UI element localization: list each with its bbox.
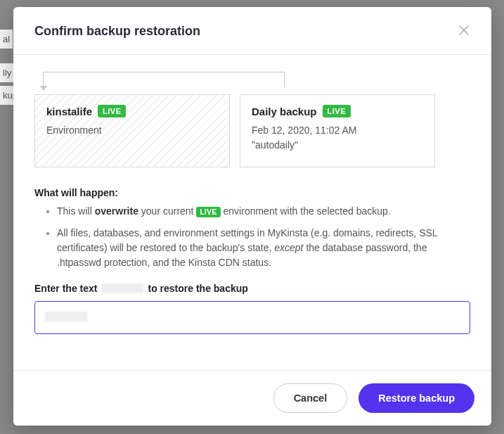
confirm-text-input[interactable] bbox=[34, 301, 470, 334]
backup-tag: "autodaily" bbox=[252, 138, 423, 153]
cancel-button[interactable]: Cancel bbox=[273, 383, 348, 413]
cards-row: kinstalife LIVE Environment Daily backup… bbox=[34, 94, 470, 167]
confirm-restore-modal: Confirm backup restoration kinstalife LI… bbox=[13, 7, 491, 426]
backup-title: Daily backup bbox=[252, 106, 317, 117]
modal-title: Confirm backup restoration bbox=[34, 24, 200, 39]
backup-card: Daily backup LIVE Feb 12, 2020, 11:02 AM… bbox=[240, 94, 435, 167]
live-badge: LIVE bbox=[196, 207, 220, 217]
backup-timestamp: Feb 12, 2020, 11:02 AM bbox=[252, 123, 423, 138]
bg-text: lly bbox=[0, 63, 14, 82]
restore-backup-button[interactable]: Restore backup bbox=[358, 383, 474, 413]
what-will-happen-heading: What will happen: bbox=[34, 187, 470, 198]
list-item: All files, databases, and environment se… bbox=[57, 226, 470, 270]
live-badge: LIVE bbox=[98, 105, 126, 117]
live-badge: LIVE bbox=[323, 105, 351, 117]
restore-arrow bbox=[34, 72, 470, 94]
modal-header: Confirm backup restoration bbox=[13, 7, 491, 55]
close-icon[interactable] bbox=[453, 21, 474, 42]
modal-footer: Cancel Restore backup bbox=[13, 370, 491, 426]
list-item: This will overwrite your current LIVE en… bbox=[57, 204, 470, 219]
what-will-happen-list: This will overwrite your current LIVE en… bbox=[34, 204, 470, 270]
modal-body: kinstalife LIVE Environment Daily backup… bbox=[13, 55, 491, 370]
environment-name: kinstalife bbox=[46, 106, 92, 117]
redacted-token bbox=[101, 283, 143, 293]
bg-text: al bbox=[0, 30, 13, 49]
redacted-token bbox=[45, 312, 87, 321]
confirm-instruction: Enter the text to restore the backup bbox=[34, 283, 470, 294]
environment-label: Environment bbox=[46, 123, 218, 138]
environment-card: kinstalife LIVE Environment bbox=[34, 94, 230, 167]
